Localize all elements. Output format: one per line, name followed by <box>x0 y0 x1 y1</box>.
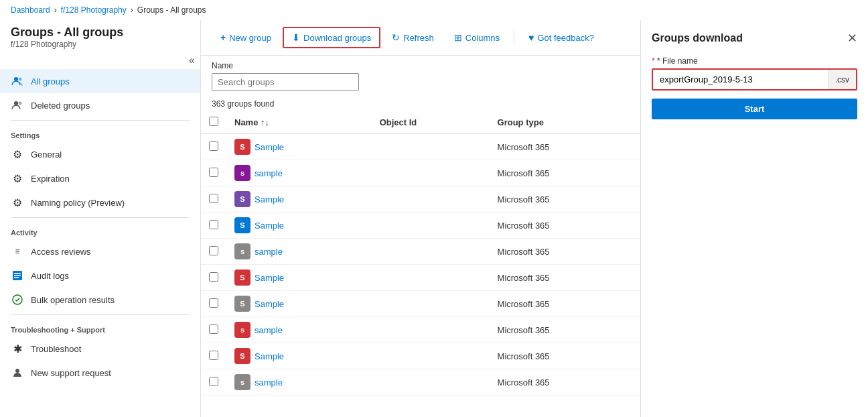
row-checkbox-cell[interactable] <box>201 369 226 396</box>
troubleshoot-label: Troubleshoot <box>31 344 81 354</box>
objectid-column-header[interactable]: Object Id <box>372 111 490 134</box>
row-checkbox-cell[interactable] <box>201 239 226 265</box>
breadcrumb-org[interactable]: f/128 Photography <box>61 5 127 15</box>
select-all-checkbox[interactable] <box>209 117 218 126</box>
svg-point-9 <box>15 369 19 373</box>
row-checkbox-cell[interactable] <box>201 343 226 369</box>
row-checkbox-8[interactable] <box>209 351 218 360</box>
deleted-groups-label: Deleted groups <box>31 101 90 111</box>
access-reviews-label: Access reviews <box>31 247 91 257</box>
row-objectid-cell <box>372 186 490 213</box>
group-link-4[interactable]: s sample <box>234 243 364 259</box>
row-objectid-cell <box>372 369 490 396</box>
groups-table-container: Name ↑↓ Object Id Group type S Sample Mi… <box>201 111 640 417</box>
row-checkbox-5[interactable] <box>209 272 218 282</box>
row-checkbox-cell[interactable] <box>201 317 226 343</box>
row-checkbox-cell[interactable] <box>201 265 226 291</box>
row-checkbox-cell[interactable] <box>201 160 226 186</box>
group-link-8[interactable]: S Sample <box>234 348 364 364</box>
toolbar-divider <box>514 29 514 46</box>
row-grouptype-cell: Microsoft 365 <box>490 134 640 160</box>
row-checkbox-cell[interactable] <box>201 291 226 317</box>
table-row: s sample Microsoft 365 <box>201 239 640 265</box>
row-grouptype-cell: Microsoft 365 <box>490 213 640 239</box>
sidebar-item-bulk-operation[interactable]: Bulk operation results <box>0 288 200 312</box>
row-checkbox-cell[interactable] <box>201 186 226 213</box>
group-link-1[interactable]: s sample <box>234 165 364 181</box>
new-group-label: New group <box>229 33 271 43</box>
table-row: S Sample Microsoft 365 <box>201 265 640 291</box>
row-checkbox-3[interactable] <box>209 220 218 229</box>
table-row: S Sample Microsoft 365 <box>201 213 640 239</box>
breadcrumb: Dashboard › f/128 Photography › Groups -… <box>0 0 868 20</box>
refresh-button[interactable]: ↻ Refresh <box>383 27 443 48</box>
sidebar-item-naming-policy[interactable]: ⚙ Naming policy (Preview) <box>0 190 200 215</box>
new-group-button[interactable]: + New group <box>212 27 280 48</box>
group-avatar-5: S <box>234 270 250 286</box>
group-avatar-9: s <box>234 374 250 390</box>
start-button[interactable]: Start <box>652 99 857 119</box>
sidebar-item-new-support[interactable]: New support request <box>0 361 200 385</box>
group-link-0[interactable]: S Sample <box>234 139 364 155</box>
row-checkbox-4[interactable] <box>209 246 218 255</box>
row-name-cell: S Sample <box>226 265 372 291</box>
group-link-9[interactable]: s sample <box>234 374 364 390</box>
row-name-cell: S Sample <box>226 291 372 317</box>
group-avatar-0: S <box>234 139 250 155</box>
table-row: s sample Microsoft 365 <box>201 369 640 396</box>
select-all-col[interactable] <box>201 111 226 134</box>
svg-rect-5 <box>14 273 21 274</box>
group-link-5[interactable]: S Sample <box>234 270 364 286</box>
file-name-input[interactable] <box>653 70 828 89</box>
group-link-6[interactable]: S Sample <box>234 296 364 312</box>
row-checkbox-2[interactable] <box>209 194 218 203</box>
row-checkbox-7[interactable] <box>209 324 218 334</box>
row-grouptype-cell: Microsoft 365 <box>490 265 640 291</box>
svg-point-3 <box>19 102 22 105</box>
audit-logs-icon <box>11 269 24 282</box>
sidebar-item-general[interactable]: ⚙ General <box>0 142 200 166</box>
bulk-operation-icon <box>11 293 24 306</box>
row-checkbox-0[interactable] <box>209 141 218 151</box>
row-objectid-cell <box>372 291 490 317</box>
row-name-cell: S Sample <box>226 213 372 239</box>
sidebar-item-audit-logs[interactable]: Audit logs <box>0 263 200 288</box>
group-link-3[interactable]: S Sample <box>234 217 364 233</box>
sidebar-item-all-groups[interactable]: All groups <box>0 69 200 93</box>
row-grouptype-cell: Microsoft 365 <box>490 160 640 186</box>
row-checkbox-1[interactable] <box>209 168 218 177</box>
name-column-header[interactable]: Name ↑↓ <box>226 111 372 134</box>
columns-button[interactable]: ⊞ Columns <box>445 27 508 48</box>
sidebar: Groups - All groups f/128 Photography « … <box>0 20 201 417</box>
sidebar-item-expiration[interactable]: ⚙ Expiration <box>0 166 200 190</box>
toolbar: + New group ⬇ Download groups ↻ Refresh … <box>201 20 640 56</box>
row-objectid-cell <box>372 317 490 343</box>
row-checkbox-cell[interactable] <box>201 134 226 160</box>
panel-title: Groups download <box>652 32 743 44</box>
sidebar-item-troubleshoot[interactable]: ✱ Troubleshoot <box>0 337 200 361</box>
page-title: Groups - All groups <box>11 25 190 40</box>
row-checkbox-9[interactable] <box>209 377 218 386</box>
sidebar-item-access-reviews[interactable]: ≡ Access reviews <box>0 239 200 263</box>
row-objectid-cell <box>372 134 490 160</box>
naming-policy-icon: ⚙ <box>11 196 24 209</box>
sidebar-collapse[interactable]: « <box>0 52 200 69</box>
grouptype-column-header[interactable]: Group type <box>490 111 640 134</box>
row-checkbox-6[interactable] <box>209 298 218 308</box>
breadcrumb-dashboard[interactable]: Dashboard <box>11 5 50 15</box>
group-link-7[interactable]: s sample <box>234 322 364 338</box>
panel-close-button[interactable]: ✕ <box>847 31 857 46</box>
download-groups-button[interactable]: ⬇ Download groups <box>283 27 380 48</box>
collapse-button[interactable]: « <box>189 54 195 66</box>
feedback-button[interactable]: ♥ Got feedback? <box>520 27 603 48</box>
group-link-2[interactable]: S Sample <box>234 191 364 207</box>
groups-table: Name ↑↓ Object Id Group type S Sample Mi… <box>201 111 640 396</box>
row-name-cell: s sample <box>226 317 372 343</box>
sidebar-item-deleted-groups[interactable]: Deleted groups <box>0 93 200 117</box>
deleted-groups-icon <box>11 99 24 112</box>
row-objectid-cell <box>372 343 490 369</box>
download-groups-label: Download groups <box>303 33 371 43</box>
row-grouptype-cell: Microsoft 365 <box>490 239 640 265</box>
row-checkbox-cell[interactable] <box>201 213 226 239</box>
search-input[interactable] <box>212 73 359 91</box>
